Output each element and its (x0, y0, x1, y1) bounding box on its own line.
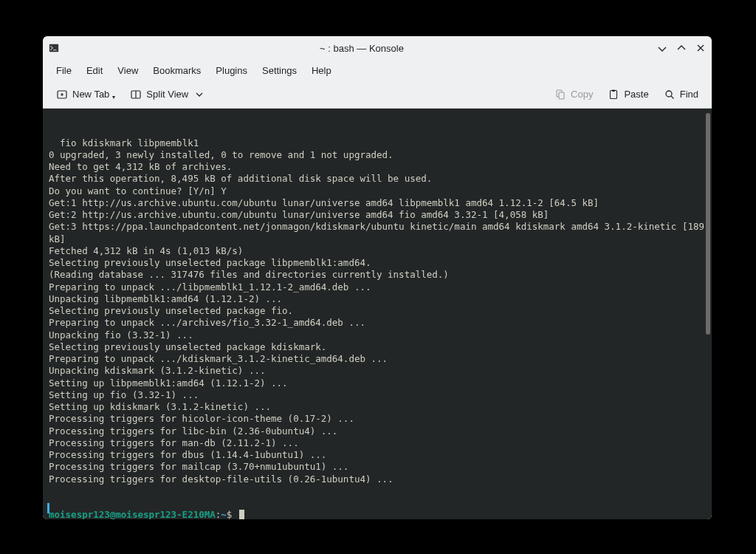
paste-button[interactable]: Paste (602, 86, 654, 103)
text-cursor (239, 510, 244, 519)
paste-icon (608, 89, 619, 100)
scrollbar[interactable] (706, 113, 710, 335)
bottom-indicator (47, 503, 49, 513)
svg-rect-5 (559, 92, 564, 99)
prompt-user: moisespr123@moisespr123-E210MA (49, 509, 216, 519)
menubar: File Edit View Bookmarks Plugins Setting… (43, 60, 712, 81)
menu-help[interactable]: Help (304, 62, 339, 79)
menu-file[interactable]: File (49, 62, 79, 79)
titlebar: ~ : bash — Konsole (43, 36, 712, 60)
chevron-down-icon[interactable] (196, 91, 203, 98)
new-tab-label: New Tab (72, 89, 109, 100)
prompt-path: ~ (221, 509, 227, 519)
svg-rect-6 (611, 90, 617, 98)
svg-point-8 (666, 91, 672, 97)
copy-label: Copy (571, 89, 593, 100)
paste-label: Paste (624, 89, 648, 100)
menu-edit[interactable]: Edit (79, 62, 110, 79)
window-title: ~ : bash — Konsole (66, 43, 657, 54)
new-tab-icon (56, 89, 68, 100)
minimize-button[interactable] (657, 43, 667, 53)
terminal-output: fio kdiskmark libpmemblk10 upgraded, 3 n… (49, 137, 706, 485)
new-tab-button[interactable]: New Tab ▾ (50, 86, 121, 103)
maximize-button[interactable] (676, 43, 687, 53)
split-view-label: Split View (146, 89, 188, 100)
menu-settings[interactable]: Settings (255, 62, 304, 79)
svg-line-9 (671, 96, 674, 99)
search-icon (664, 89, 676, 100)
copy-button[interactable]: Copy (549, 86, 599, 103)
menu-plugins[interactable]: Plugins (208, 62, 255, 79)
menu-bookmarks[interactable]: Bookmarks (145, 62, 208, 79)
menu-view[interactable]: View (110, 62, 145, 79)
terminal-area[interactable]: fio kdiskmark libpmemblk10 upgraded, 3 n… (43, 109, 712, 519)
split-view-button[interactable]: Split View (124, 86, 209, 103)
copy-icon (554, 89, 566, 100)
find-label: Find (680, 89, 698, 100)
toolbar: New Tab ▾ Split View Copy Paste (43, 81, 712, 109)
split-view-icon (130, 89, 142, 100)
konsole-window: ~ : bash — Konsole File Edit View Bookma… (43, 36, 712, 519)
svg-rect-7 (612, 89, 615, 92)
svg-rect-0 (49, 44, 58, 52)
new-tab-dropdown-icon: ▾ (112, 94, 115, 100)
prompt-line: moisespr123@moisespr123-E210MA:~$ (49, 509, 706, 519)
close-button[interactable] (695, 43, 706, 53)
find-button[interactable]: Find (658, 86, 704, 103)
app-icon (49, 43, 59, 53)
